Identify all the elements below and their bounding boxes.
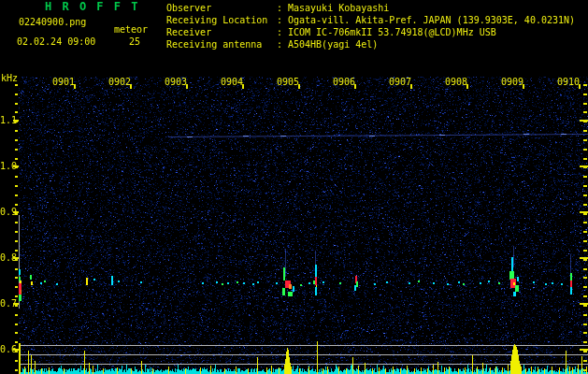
info-value: Masayuki Kobayashi (288, 2, 389, 14)
time-label-0910: 0910 (555, 78, 581, 87)
app-title: H R O F F T (45, 1, 139, 12)
info-row-antenna: Receiving antenna : A504HB(yagi 4el) (166, 38, 575, 50)
freq-label-0-8: 0.8 (0, 253, 13, 263)
info-value: Ogata-vill. Akita-Pref. JAPAN (139.9303E… (288, 14, 575, 26)
time-label-0905: 0905 (275, 78, 301, 87)
spectrogram-canvas (0, 0, 588, 374)
filename-label: 02240900.png (19, 18, 86, 27)
time-label-0902: 0902 (107, 78, 133, 87)
info-label: Receiving antenna (166, 38, 277, 50)
freq-label-0-9: 0.9 (0, 208, 13, 217)
freq-label-0-7: 0.7 (0, 299, 13, 309)
freq-label-0-6: 0.6 (0, 345, 13, 354)
time-label-0906: 0906 (331, 78, 357, 87)
info-separator: : (277, 2, 288, 14)
freq-label-1-0: 1.0 (0, 162, 13, 171)
hrofft-screenshot: H R O F F T 02240900.png meteor 02.02.24… (0, 0, 588, 374)
freq-label-1-1: 1.1 (0, 116, 13, 125)
info-value: ICOM IC-706mkII 53.74918(@LCD)MHz USB (288, 26, 496, 38)
time-label-0901: 0901 (50, 78, 77, 87)
info-row-location: Receiving Location : Ogata-vill. Akita-P… (166, 14, 575, 26)
time-label-0909: 0909 (499, 78, 525, 87)
info-separator: : (277, 14, 288, 26)
info-value: A504HB(yagi 4el) (288, 38, 378, 50)
info-label: Observer (166, 2, 277, 14)
info-row-receiver: Receiver : ICOM IC-706mkII 53.74918(@LCD… (166, 26, 575, 38)
time-label-0907: 0907 (387, 78, 413, 87)
time-label-0904: 0904 (219, 78, 245, 87)
time-label-0903: 0903 (163, 78, 189, 87)
info-separator: : (277, 26, 288, 38)
info-label: Receiver (166, 26, 277, 38)
datetime-label: 02.02.24 09:00 (17, 37, 95, 47)
info-row-observer: Observer : Masayuki Kobayashi (166, 2, 575, 14)
station-info: Observer : Masayuki Kobayashi Receiving … (166, 2, 575, 50)
info-label: Receiving Location (166, 14, 277, 26)
khz-unit-label: kHz (1, 74, 18, 83)
info-separator: : (277, 38, 288, 50)
time-label-0908: 0908 (443, 78, 469, 87)
echo-count-label: 25 (129, 37, 140, 47)
mode-label: meteor (114, 25, 148, 35)
